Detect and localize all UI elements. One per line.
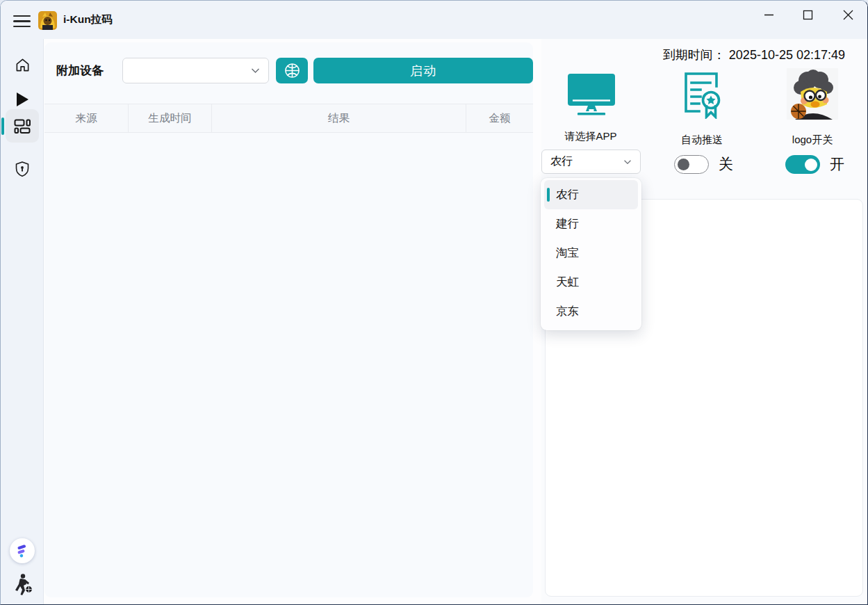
sidebar bbox=[1, 39, 44, 605]
titlebar: i-Kun拉码 bbox=[1, 1, 867, 39]
basketball-action-button[interactable] bbox=[276, 58, 308, 83]
option-label: 农行 bbox=[556, 187, 579, 202]
toggle-knob bbox=[678, 159, 689, 170]
active-indicator bbox=[1, 118, 4, 135]
start-button[interactable]: 启动 bbox=[313, 58, 533, 83]
dropdown-option-jianHang[interactable]: 建行 bbox=[544, 209, 638, 239]
sidebar-item-apps[interactable] bbox=[1, 109, 44, 143]
app-title: i-Kun拉码 bbox=[63, 1, 113, 39]
table-header-result: 结果 bbox=[211, 104, 466, 132]
toggle-knob bbox=[805, 159, 817, 171]
option-label: 建行 bbox=[556, 216, 579, 232]
flow-logo-icon bbox=[15, 543, 30, 558]
minimize-button[interactable] bbox=[753, 3, 784, 26]
expiry-label: 到期时间： bbox=[663, 48, 726, 62]
app-window: i-Kun拉码 bbox=[0, 0, 868, 605]
sidebar-item-security[interactable] bbox=[1, 152, 44, 186]
app-select[interactable]: 农行 bbox=[541, 150, 641, 174]
table-header-time: 生成时间 bbox=[128, 104, 211, 132]
app-select-value: 农行 bbox=[550, 154, 573, 169]
home-icon bbox=[15, 57, 31, 73]
monitor-icon bbox=[566, 72, 617, 117]
option-label: 淘宝 bbox=[556, 245, 579, 261]
logo-switch-label: logo开关 bbox=[792, 134, 833, 147]
right-panel: 到期时间： 2025-10-25 02:17:49 请选择APP 农行 bbox=[541, 39, 868, 605]
app-dropdown-menu: 农行 建行 淘宝 天虹 京东 bbox=[541, 178, 641, 330]
device-select[interactable] bbox=[122, 58, 269, 83]
auto-push-state: 关 bbox=[719, 154, 733, 174]
dropdown-option-tianHong[interactable]: 天虹 bbox=[544, 268, 638, 297]
table-header-source: 来源 bbox=[44, 104, 128, 132]
logo-switch-state: 开 bbox=[830, 154, 844, 174]
dropdown-option-taoBao[interactable]: 淘宝 bbox=[544, 239, 638, 268]
basketball-icon bbox=[284, 62, 301, 79]
main-panel: 附加设备 启动 来源 生成时间 结果 金额 bbox=[44, 42, 533, 597]
logo-avatar bbox=[787, 68, 838, 120]
app-picker-label: 请选择APP bbox=[564, 130, 616, 143]
logo-switch-toggle[interactable] bbox=[785, 155, 820, 174]
expiry-value: 2025-10-25 02:17:49 bbox=[729, 48, 845, 62]
dropdown-option-jingDong[interactable]: 京东 bbox=[544, 297, 638, 326]
device-label: 附加设备 bbox=[56, 63, 104, 79]
option-label: 天虹 bbox=[556, 275, 579, 290]
certificate-icon bbox=[680, 70, 724, 119]
expiry-time: 到期时间： 2025-10-25 02:17:49 bbox=[663, 47, 845, 63]
close-button[interactable] bbox=[833, 3, 863, 26]
menu-icon[interactable] bbox=[13, 15, 31, 27]
chevron-down-icon bbox=[251, 67, 260, 74]
app-logo-icon bbox=[38, 11, 57, 30]
basketball-player-button[interactable] bbox=[11, 573, 33, 597]
auto-push-toggle[interactable] bbox=[674, 155, 709, 174]
table-header-amount: 金额 bbox=[466, 104, 533, 132]
selected-indicator bbox=[547, 188, 550, 202]
auto-push-label: 自动推送 bbox=[681, 134, 723, 147]
play-icon bbox=[15, 91, 30, 108]
basketball-player-icon bbox=[11, 573, 33, 597]
apps-grid-icon bbox=[13, 118, 31, 134]
option-label: 京东 bbox=[556, 304, 579, 319]
table-header-row: 来源 生成时间 结果 金额 bbox=[44, 104, 533, 133]
chevron-down-icon bbox=[623, 159, 632, 165]
sidebar-item-home[interactable] bbox=[1, 48, 44, 81]
maximize-button[interactable] bbox=[792, 3, 823, 26]
dropdown-option-nongHang[interactable]: 农行 bbox=[544, 180, 638, 209]
footer-logo-button[interactable] bbox=[10, 538, 35, 563]
shield-icon bbox=[15, 161, 30, 177]
